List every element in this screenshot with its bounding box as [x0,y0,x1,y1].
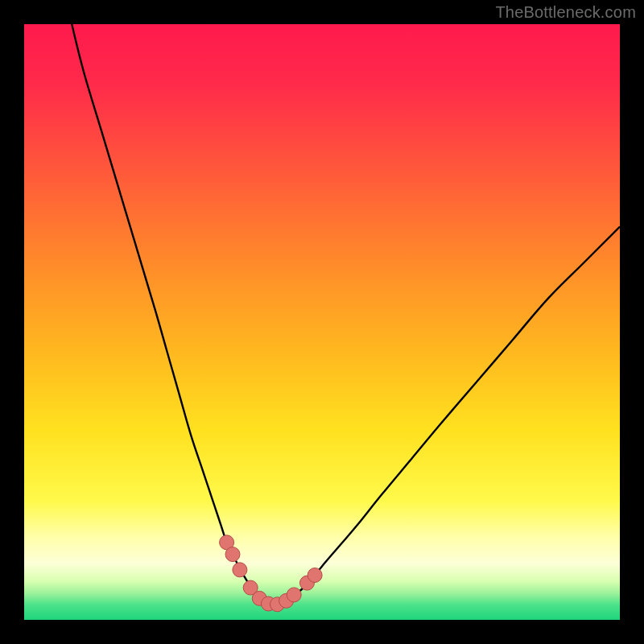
gradient-background [24,24,620,620]
plot-area [24,24,620,620]
watermark-text: TheBottleneck.com [495,3,636,22]
data-marker [308,568,322,583]
chart-frame: TheBottleneck.com [0,0,644,644]
data-marker [233,563,247,577]
chart-svg [24,24,620,620]
data-marker [225,547,240,562]
data-marker [287,588,301,602]
